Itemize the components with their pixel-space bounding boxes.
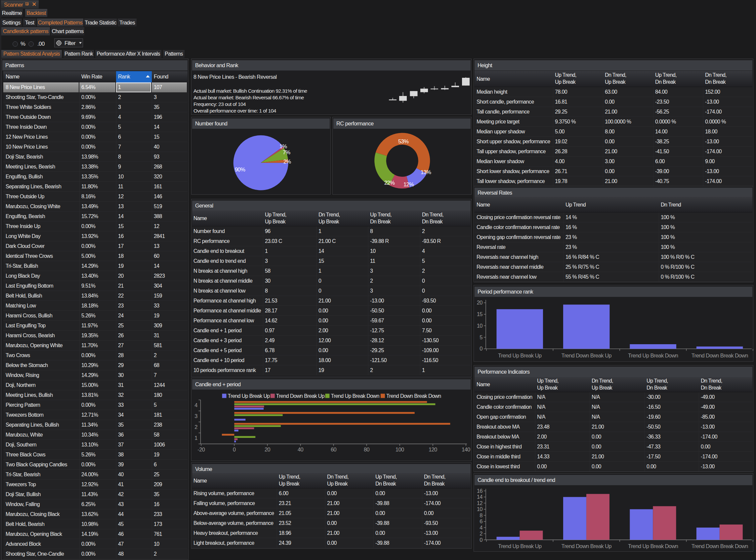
svg-text:6: 6	[480, 518, 483, 524]
svg-text:0: 0	[480, 537, 483, 543]
svg-text:10: 10	[477, 506, 483, 512]
svg-text:Trend Down Break Down: Trend Down Break Down	[692, 543, 749, 549]
svg-text:8: 8	[480, 512, 483, 518]
svg-text:Trend Up Break Down: Trend Up Break Down	[628, 543, 678, 549]
svg-text:4: 4	[480, 525, 483, 531]
svg-text:12: 12	[477, 500, 483, 506]
svg-text:14: 14	[477, 494, 483, 500]
svg-text:2: 2	[480, 531, 483, 537]
svg-text:Trend Down Break Up: Trend Down Break Up	[562, 543, 612, 549]
svg-text:Trend Up Break Up: Trend Up Break Up	[498, 543, 542, 549]
svg-text:16: 16	[477, 488, 483, 494]
